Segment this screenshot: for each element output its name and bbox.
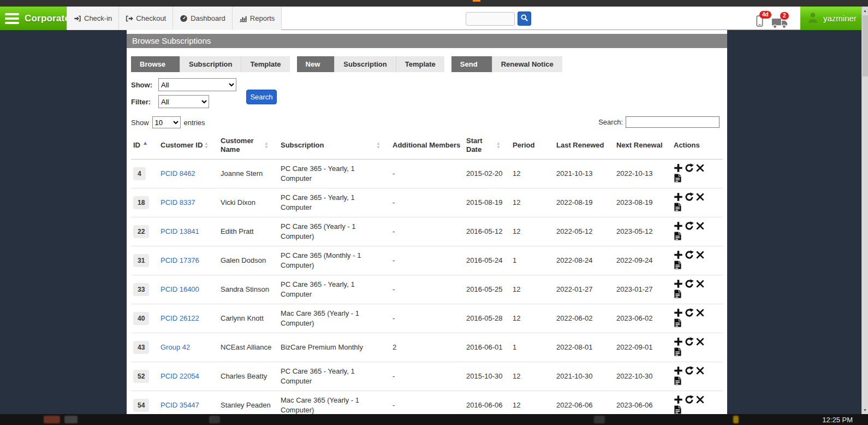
column-header-subscription[interactable]: Subscription▲▼ (278, 132, 390, 159)
filter-select[interactable]: All (158, 95, 209, 108)
entries-select[interactable]: 10 (152, 116, 181, 128)
cancel-icon[interactable] (695, 366, 705, 375)
id-badge: 33 (133, 283, 149, 296)
cancel-icon[interactable] (695, 221, 705, 231)
renew-icon[interactable] (685, 250, 694, 259)
cell-subscription: PC Care 365 - Yearly, 1 Computer (278, 188, 390, 217)
add-icon[interactable] (674, 279, 683, 288)
search-button[interactable]: Search (246, 90, 277, 104)
nav-tab-check-in[interactable]: Check-in (67, 7, 119, 30)
customer-id-link[interactable]: PCID 16400 (160, 285, 199, 293)
taskbar-clock[interactable]: 12:25 PM (822, 416, 853, 424)
tab-active-send[interactable]: Send (451, 56, 492, 72)
column-header-customer-id[interactable]: Customer ID▲▼ (158, 132, 218, 159)
table-header-row: ID▲Customer ID▲▼Customer Name▲▼Subscript… (131, 132, 723, 159)
cancel-icon[interactable] (695, 192, 705, 202)
tab-subscription[interactable]: Subscription (335, 56, 396, 72)
filters: Show: All Filter: All Search (131, 78, 727, 110)
column-label: Next Renewal (616, 141, 663, 150)
customer-id-link[interactable]: PCID 8462 (160, 169, 195, 178)
tab-active-new[interactable]: New (297, 56, 335, 72)
renew-icon[interactable] (685, 163, 694, 173)
nav-tabs: Check-inCheckoutDashboardReports (67, 7, 282, 30)
cancel-icon[interactable] (695, 279, 705, 288)
tab-subscription[interactable]: Subscription (180, 56, 241, 72)
customer-id-link[interactable]: PCID 8337 (160, 198, 195, 206)
scrollbar-thumb[interactable] (863, 15, 868, 76)
renew-icon[interactable] (685, 279, 694, 288)
user-menu[interactable]: yazminer (800, 7, 861, 30)
cell-next-renewal: 2022-09-24 (614, 246, 671, 275)
invoice-icon[interactable] (674, 261, 682, 269)
column-header-start-date[interactable]: Start Date▲▼ (464, 132, 510, 159)
table-search-input[interactable] (626, 116, 720, 128)
cell-subscription: PC Care 365 - Yearly, 1 Computer (278, 275, 390, 304)
add-icon[interactable] (674, 163, 683, 173)
invoice-icon[interactable] (674, 376, 682, 385)
add-icon[interactable] (674, 337, 683, 346)
cell-last-renewed: 2022-08-24 (554, 246, 614, 275)
add-icon[interactable] (674, 366, 683, 375)
customer-id-link[interactable]: PCID 17376 (160, 256, 199, 264)
cancel-icon[interactable] (695, 395, 705, 404)
column-label: Additional Members (393, 141, 460, 150)
tab-renewal-notice[interactable]: Renewal Notice (492, 56, 562, 72)
cancel-icon[interactable] (695, 163, 705, 173)
column-label: Period (513, 141, 534, 150)
brand-menu[interactable]: Corporate (0, 7, 67, 30)
cell-actions (671, 362, 723, 391)
scroll-up-arrow[interactable]: ▲ (862, 7, 868, 15)
invoice-icon[interactable] (674, 203, 682, 211)
cancel-icon[interactable] (695, 337, 705, 346)
renew-icon[interactable] (685, 395, 694, 404)
dashboard-icon (180, 14, 188, 22)
invoice-icon[interactable] (674, 174, 682, 182)
invoice-icon[interactable] (674, 290, 682, 298)
add-icon[interactable] (674, 308, 683, 317)
cell-id: 31 (131, 246, 158, 275)
show-select[interactable]: All (158, 78, 236, 91)
nav-search-input[interactable] (466, 12, 515, 26)
add-icon[interactable] (674, 250, 683, 259)
renew-icon[interactable] (685, 192, 694, 202)
scroll-down-arrow[interactable]: ▼ (862, 406, 868, 414)
add-icon[interactable] (674, 192, 683, 202)
invoice-icon[interactable] (674, 232, 682, 240)
cell-additional-members: - (390, 217, 464, 246)
scrollbar[interactable]: ▲ ▼ (861, 7, 868, 414)
cell-last-renewed: 2022-08-19 (554, 188, 614, 217)
cell-start-date: 2016-06-06 (464, 391, 510, 414)
delivery-notification[interactable]: 2 (771, 18, 788, 31)
renew-icon[interactable] (685, 308, 694, 317)
invoice-icon[interactable] (674, 347, 682, 356)
column-header-customer-name[interactable]: Customer Name▲▼ (218, 132, 278, 159)
renew-icon[interactable] (685, 221, 694, 231)
renew-icon[interactable] (685, 366, 694, 375)
customer-id-link[interactable]: PCID 13841 (160, 227, 199, 235)
customer-id-link[interactable]: Group 42 (160, 343, 190, 351)
column-header-id[interactable]: ID▲ (131, 132, 158, 159)
nav-tab-dashboard[interactable]: Dashboard (173, 7, 233, 30)
checkin-notification[interactable]: 4d (756, 15, 764, 29)
tab-template[interactable]: Template (241, 56, 289, 72)
add-icon[interactable] (674, 221, 683, 231)
column-header-last-renewed: Last Renewed (554, 132, 614, 159)
customer-id-link[interactable]: PCID 26122 (160, 314, 199, 322)
nav-tab-reports[interactable]: Reports (233, 7, 282, 30)
add-icon[interactable] (674, 395, 683, 404)
nav-tab-checkout[interactable]: Checkout (119, 7, 173, 30)
invoice-icon[interactable] (674, 405, 682, 414)
cancel-icon[interactable] (695, 250, 705, 259)
id-badge: 22 (133, 225, 149, 238)
table-search: Search: (598, 116, 720, 128)
tab-template[interactable]: Template (396, 56, 444, 72)
customer-id-link[interactable]: PCID 35447 (160, 401, 199, 409)
tab-active-browse[interactable]: Browse (131, 56, 180, 72)
renew-icon[interactable] (685, 337, 694, 346)
cancel-icon[interactable] (695, 308, 705, 317)
nav-search-button[interactable] (518, 11, 531, 26)
hamburger-icon[interactable] (5, 13, 19, 24)
invoice-icon[interactable] (674, 318, 682, 327)
customer-id-link[interactable]: PCID 22054 (160, 372, 199, 380)
cell-customer-id: PCID 35447 (158, 391, 218, 414)
